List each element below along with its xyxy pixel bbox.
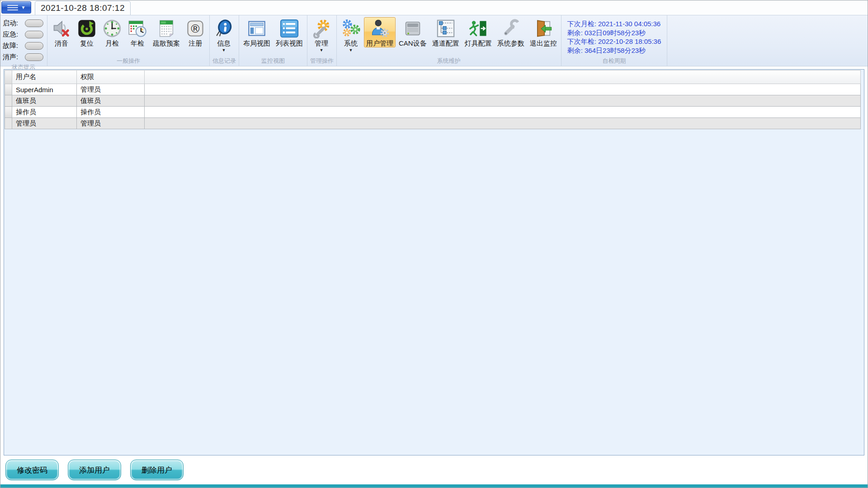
status-indicator-lamp — [25, 19, 43, 27]
ribbon-item-label: 退出监控 — [530, 39, 557, 47]
table-header-row: 用户名权限 — [5, 70, 861, 84]
ribbon-item-label: CAN设备 — [399, 39, 427, 47]
user-table: 用户名权限 SuperAdmin管理员值班员值班员操作员操作员管理员管理员 — [5, 70, 861, 129]
ribbon-item-register[interactable]: ®注册 — [183, 17, 208, 47]
ribbon-item-label: 月检 — [105, 39, 119, 47]
ribbon-item-label: 列表视图 — [276, 39, 303, 47]
table-row[interactable]: 管理员管理员 — [5, 118, 861, 129]
ribbon-group-label: 信息记录 — [210, 56, 239, 66]
ribbon-item-system-params[interactable]: 系统参数 — [495, 17, 527, 47]
username-cell: 值班员 — [12, 95, 77, 107]
status-row: 应急: — [3, 29, 43, 40]
ribbon-item-list-view[interactable]: 列表视图 — [274, 17, 305, 47]
can-device-icon — [403, 19, 423, 38]
app-menu-button[interactable]: ▼ — [1, 1, 31, 14]
ribbon-group-items: 布局视图列表视图 — [239, 15, 307, 56]
table-row[interactable]: SuperAdmin管理员 — [5, 84, 861, 95]
row-selector-cell[interactable] — [5, 118, 12, 129]
ribbon-item-label: 系统参数 — [497, 39, 524, 47]
ribbon-group: 布局视图列表视图监控视图 — [239, 15, 307, 66]
ribbon-item-label: 年检 — [131, 39, 144, 47]
ribbon-item-label: 管理 — [315, 39, 328, 47]
ribbon-item-system[interactable]: 系统▼ — [339, 17, 363, 53]
channel-tree-icon — [436, 19, 456, 38]
bottom-accent-strip — [0, 484, 868, 488]
change-password-button[interactable]: 修改密码 — [5, 460, 59, 480]
ribbon-item-exit-monitor[interactable]: 退出监控 — [528, 17, 559, 47]
self-check-info-line: 下次月检: 2021-11-30 04:05:36 — [567, 19, 661, 28]
status-label: 启动: — [3, 19, 25, 28]
username-cell: SuperAdmin — [12, 84, 77, 95]
empty-cell — [145, 118, 861, 129]
delete-user-button[interactable]: 删除用户 — [130, 460, 184, 480]
ribbon-group-status: 启动:应急:故障:消声: 状态提示 — [0, 15, 47, 66]
ribbon-group: 系统▼用户管理CAN设备通道配置灯具配置系统参数退出监控系统维护 — [337, 15, 561, 66]
ribbon-item-layout-view[interactable]: 布局视图 — [241, 17, 273, 47]
table-row[interactable]: 值班员值班员 — [5, 95, 861, 107]
role-cell: 管理员 — [77, 118, 145, 129]
ribbon-item-label: 复位 — [80, 39, 94, 47]
ribbon-item-info[interactable]: 信息▼ — [212, 17, 236, 53]
ribbon-group-items: 消音复位月检年检疏散预案®注册 — [47, 15, 209, 56]
column-header[interactable]: 用户名 — [12, 70, 77, 84]
dropdown-arrow-icon: ▼ — [222, 48, 226, 52]
gear-wrench-icon — [311, 19, 331, 38]
ribbon-item-channel-config[interactable]: 通道配置 — [430, 17, 462, 47]
tab-datetime[interactable]: 2021-10-28 18:07:12 — [35, 1, 131, 15]
exit-man-icon — [468, 19, 488, 38]
ribbon-item-reset[interactable]: 复位 — [75, 17, 99, 47]
ribbon-group: 消音复位月检年检疏散预案®注册一般操作 — [47, 15, 210, 66]
ribbon-item-label: 注册 — [189, 39, 202, 47]
info-magnifier-icon — [214, 19, 234, 38]
speaker-mute-icon — [52, 19, 71, 38]
username-cell: 操作员 — [12, 107, 77, 118]
ribbon-group-items: 下次月检: 2021-11-30 04:05:36剩余: 032日09时58分2… — [561, 15, 667, 56]
row-selector-header — [5, 70, 12, 84]
add-user-button[interactable]: 添加用户 — [68, 460, 121, 480]
row-selector-cell[interactable] — [5, 107, 12, 118]
ribbon-group-items: 管理▼ — [307, 15, 336, 56]
status-indicator-lamp — [25, 31, 43, 38]
ribbon-item-label: 用户管理 — [366, 39, 393, 47]
ribbon-group-items: 系统▼用户管理CAN设备通道配置灯具配置系统参数退出监控 — [337, 15, 561, 56]
username-cell: 管理员 — [12, 118, 77, 129]
chevron-down-icon: ▼ — [21, 5, 26, 10]
ribbon-item-label: 灯具配置 — [465, 39, 492, 47]
ribbon-group: 信息▼信息记录 — [210, 15, 239, 66]
ribbon-item-yearly-check[interactable]: 年检 — [125, 17, 150, 47]
ribbon-empty-area — [667, 15, 868, 66]
empty-cell — [145, 107, 861, 118]
self-check-info: 下次月检: 2021-11-30 04:05:36剩余: 032日09时58分2… — [563, 17, 666, 55]
wrench-icon — [501, 19, 521, 38]
ribbon-item-evacuation-plan[interactable]: 疏散预案 — [151, 17, 182, 47]
status-label: 消声: — [3, 53, 25, 61]
ribbon-item-user-management[interactable]: 用户管理 — [364, 17, 396, 47]
dropdown-arrow-icon: ▼ — [349, 48, 353, 52]
status-label: 应急: — [3, 30, 25, 39]
ribbon-item-mute[interactable]: 消音 — [49, 17, 74, 47]
ribbon-group-items: 信息▼ — [210, 15, 239, 56]
table-row[interactable]: 操作员操作员 — [5, 107, 861, 118]
dropdown-arrow-icon: ▼ — [320, 48, 324, 52]
ribbon-item-can-device[interactable]: CAN设备 — [396, 17, 429, 47]
role-cell: 值班员 — [77, 95, 145, 107]
role-cell: 管理员 — [77, 84, 145, 95]
row-selector-cell[interactable] — [5, 95, 12, 107]
row-selector-cell[interactable] — [5, 84, 12, 95]
ribbon-item-label: 通道配置 — [432, 39, 459, 47]
calendar-clock-icon — [127, 19, 147, 38]
ribbon-item-label: 系统 — [344, 39, 358, 47]
ribbon-item-lamp-config[interactable]: 灯具配置 — [462, 17, 494, 47]
svg-text:®: ® — [189, 22, 201, 35]
column-header[interactable]: 权限 — [77, 70, 145, 84]
ribbon-item-manage[interactable]: 管理▼ — [309, 17, 334, 53]
ribbon: 启动:应急:故障:消声: 状态提示 消音复位月检年检疏散预案®注册一般操作信息▼… — [0, 15, 868, 66]
ribbon-item-label: 消音 — [55, 39, 68, 47]
ribbon-group-label: 监控视图 — [239, 56, 307, 66]
status-row: 消声: — [3, 52, 43, 63]
ribbon-item-label: 疏散预案 — [153, 39, 180, 47]
status-label: 故障: — [3, 42, 25, 50]
ribbon-group-label: 自检周期 — [561, 56, 667, 66]
ribbon-item-monthly-check[interactable]: 月检 — [100, 17, 124, 47]
self-check-info-line: 剩余: 032日09时58分23秒 — [567, 28, 661, 38]
